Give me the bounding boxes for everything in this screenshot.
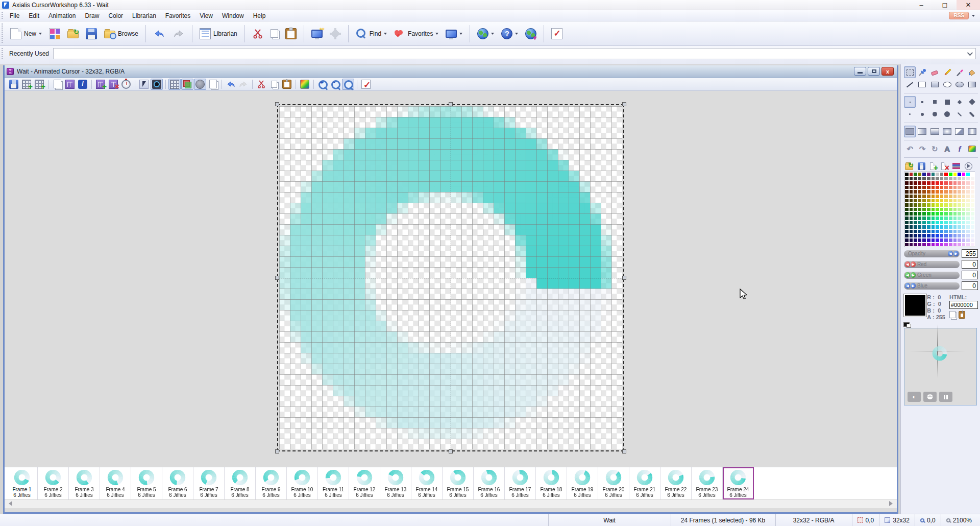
palette-swatch[interactable] — [957, 211, 962, 216]
palette-swatch[interactable] — [962, 189, 966, 194]
palette-swatch[interactable] — [931, 207, 936, 212]
palette-swatch[interactable] — [904, 225, 909, 229]
add-format-custom-button[interactable] — [33, 79, 45, 90]
palette-swatch[interactable] — [926, 194, 931, 199]
line-tool[interactable] — [904, 79, 916, 90]
pixel-canvas[interactable] — [279, 106, 622, 449]
green-dec-icon[interactable]: ◀ — [905, 272, 910, 278]
palette-swatch[interactable] — [926, 233, 931, 238]
red-inc-icon[interactable]: ▶ — [911, 261, 916, 267]
palette-swatch[interactable] — [926, 172, 931, 177]
palette-swatch[interactable] — [940, 177, 944, 181]
palette-swatch[interactable] — [904, 243, 909, 247]
palette-swatch[interactable] — [904, 172, 909, 177]
palette-swatch[interactable] — [926, 203, 931, 207]
palette-swatch[interactable] — [904, 216, 909, 221]
palette-swatch[interactable] — [909, 238, 914, 243]
frame-thumbnail-3[interactable]: Frame 36 Jiffies — [69, 467, 100, 499]
web-button[interactable] — [474, 26, 497, 41]
preview-pointer-button[interactable] — [923, 392, 937, 402]
palette-swatch[interactable] — [966, 194, 970, 199]
paste-button[interactable] — [282, 26, 300, 41]
palette-swatch[interactable] — [904, 229, 909, 234]
palette-swatch[interactable] — [922, 185, 926, 190]
undo-button[interactable] — [150, 26, 168, 41]
opacity-dec-icon[interactable]: ◀ — [948, 251, 953, 256]
palette-swatch[interactable] — [962, 203, 966, 207]
palette-swatch[interactable] — [957, 177, 962, 181]
color-mode-button[interactable] — [299, 79, 311, 90]
palette-swatch[interactable] — [957, 203, 962, 207]
palette-swatch[interactable] — [935, 211, 940, 216]
palette-swatch[interactable] — [940, 185, 944, 190]
palette-swatch[interactable] — [931, 216, 936, 221]
palette-open-icon[interactable] — [905, 164, 913, 170]
palette-swatch[interactable] — [970, 194, 975, 199]
doc-check-button[interactable] — [360, 79, 372, 90]
palette-swatch[interactable] — [970, 207, 975, 212]
palette-swatch[interactable] — [922, 172, 926, 177]
palette-swatch[interactable] — [970, 172, 975, 177]
palette-swatch[interactable] — [909, 211, 914, 216]
palette-swatch[interactable] — [970, 225, 975, 229]
doc-restore-button[interactable] — [868, 67, 880, 76]
palette-swatch[interactable] — [931, 185, 936, 190]
brush-size-4[interactable] — [941, 96, 953, 108]
smooth-palette-tool[interactable] — [966, 143, 978, 155]
palette-swatch[interactable] — [926, 243, 931, 247]
palette-swatch[interactable] — [926, 181, 931, 185]
palette-swatch[interactable] — [904, 238, 909, 243]
toggle-overlay-button[interactable] — [181, 79, 193, 90]
palette-swatch[interactable] — [944, 189, 948, 194]
menu-view[interactable]: View — [195, 11, 217, 20]
palette-swatch[interactable] — [931, 189, 936, 194]
palette-swatch[interactable] — [940, 199, 944, 203]
delete-frame-button[interactable] — [107, 79, 119, 90]
palette-swatch[interactable] — [948, 189, 953, 194]
palette-swatch[interactable] — [913, 225, 918, 229]
palette-swatch[interactable] — [962, 207, 966, 212]
palette-swatch[interactable] — [913, 233, 918, 238]
palette-swatch[interactable] — [953, 225, 958, 229]
frame-thumbnail-22[interactable]: Frame 226 Jiffies — [660, 467, 692, 499]
palette-swatch[interactable] — [918, 207, 922, 212]
palette-swatch[interactable] — [957, 189, 962, 194]
red-dec-icon[interactable]: ◀ — [905, 261, 910, 267]
palette-swatch[interactable] — [909, 216, 914, 221]
palette-swatch[interactable] — [944, 177, 948, 181]
palette-swatch[interactable] — [904, 233, 909, 238]
palette-swatch[interactable] — [940, 189, 944, 194]
frame-thumbnail-24[interactable]: Frame 246 Jiffies — [723, 467, 754, 499]
palette-menu-icon[interactable] — [965, 162, 972, 170]
open-button[interactable] — [64, 27, 82, 40]
frame-thumbnail-6[interactable]: Frame 66 Jiffies — [162, 467, 193, 499]
palette-swatch[interactable] — [953, 172, 958, 177]
palette-swatch[interactable] — [931, 203, 936, 207]
palette-swatch[interactable] — [953, 243, 958, 247]
palette-swatch[interactable] — [935, 199, 940, 203]
palette-save-icon[interactable] — [918, 162, 925, 170]
palette-swatch[interactable] — [922, 216, 926, 221]
blue-dec-icon[interactable]: ◀ — [905, 283, 910, 289]
palette-swatch[interactable] — [940, 238, 944, 243]
palette-swatch[interactable] — [948, 207, 953, 212]
palette-swatch[interactable] — [966, 233, 970, 238]
palette-swatch[interactable] — [944, 233, 948, 238]
palette-swatch[interactable] — [913, 243, 918, 247]
palette-swatch[interactable] — [904, 189, 909, 194]
palette-swatch[interactable] — [944, 211, 948, 216]
palette-swatch[interactable] — [926, 185, 931, 190]
palette-swatch[interactable] — [922, 199, 926, 203]
palette-swatch[interactable] — [966, 216, 970, 221]
palette-swatch[interactable] — [948, 181, 953, 185]
palette-swatch[interactable] — [935, 203, 940, 207]
rounded-rect-tool[interactable] — [966, 79, 978, 90]
red-slider[interactable]: ◀▶ Red — [904, 261, 960, 268]
frame-thumbnail-1[interactable]: Frame 16 Jiffies — [7, 467, 38, 499]
palette-swatch[interactable] — [922, 189, 926, 194]
palette-swatch[interactable] — [970, 189, 975, 194]
display-dropdown-icon[interactable] — [459, 33, 462, 35]
palette-swatch[interactable] — [962, 238, 966, 243]
palette-swatch[interactable] — [962, 243, 966, 247]
palette-swatch[interactable] — [909, 199, 914, 203]
